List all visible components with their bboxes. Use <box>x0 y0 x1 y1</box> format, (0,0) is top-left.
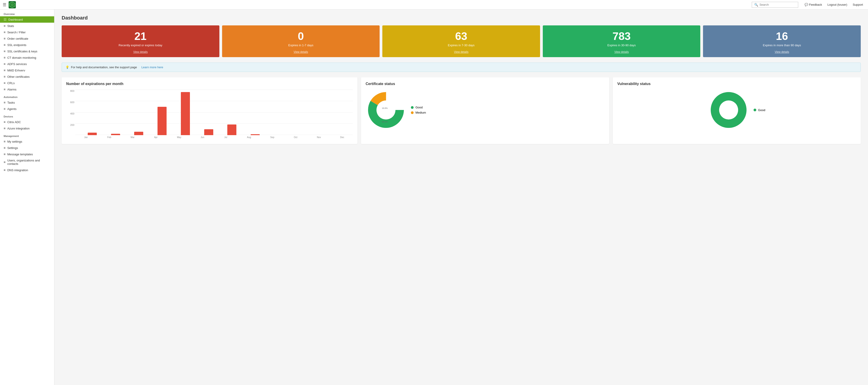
bar-month-label: Feb <box>107 136 111 139</box>
sidebar-item-dashboard[interactable]: ☷ Dashboard <box>0 16 54 23</box>
filter-icon: ≡ <box>4 30 5 34</box>
bar-group: Oct <box>285 135 306 139</box>
cert-status-legend: Good Medium <box>411 106 426 114</box>
vuln-status-donut-svg <box>708 90 749 130</box>
sidebar-item-other-certs[interactable]: ≡ Other certificates <box>0 73 54 80</box>
bar <box>227 124 237 136</box>
legend-good: Good <box>411 106 426 109</box>
info-icon: 💡 <box>65 65 69 69</box>
sidebar-item-ssl-endpoints[interactable]: ≡ SSL endpoints <box>0 42 54 48</box>
stat-number-expired: 21 <box>134 31 146 42</box>
sidebar-automation-label: Automation <box>0 92 54 99</box>
bars-container: JanFebMarAprMayJunJulAugSepOctNovDec <box>75 93 353 139</box>
sidebar-item-settings[interactable]: ≡ Settings <box>0 145 54 151</box>
stat-label-7-30: Expires in 7-30 days <box>448 43 474 47</box>
sidebar-item-citrix-adc[interactable]: ≡ Citrix ADC <box>0 119 54 125</box>
legend-good-dot <box>411 106 413 109</box>
stat-label-expired: Recently expired or expires today <box>119 43 162 47</box>
expirations-chart-card: Number of expirations per month 800 600 … <box>62 77 358 144</box>
main-content: Dashboard 21 Recently expired or expires… <box>54 9 868 385</box>
feedback-button[interactable]: 💬 Feedback <box>802 2 824 7</box>
bar <box>134 132 143 135</box>
cart-icon: ≡ <box>4 37 5 40</box>
vuln-status-donut-container: Good <box>617 90 856 130</box>
sidebar-item-crls[interactable]: ≡ CRLs <box>0 80 54 86</box>
svg-text:83.4%: 83.4% <box>382 121 388 123</box>
sidebar-item-dns-integration[interactable]: ≡ DNS integration <box>0 167 54 173</box>
stat-cards: 21 Recently expired or expires today Vie… <box>62 25 861 57</box>
bar-group: Apr <box>145 107 166 139</box>
search-input[interactable] <box>760 3 796 6</box>
learn-more-link[interactable]: Learn more here <box>142 65 163 69</box>
stat-link-90plus[interactable]: View details <box>775 50 789 54</box>
bar <box>88 132 97 135</box>
topbar: ☰ 🔍 💬 Feedback Logout (tvuser) Support <box>0 0 868 9</box>
vuln-legend-good-dot <box>753 109 756 111</box>
sidebar-item-agents[interactable]: ≡ Agents <box>0 106 54 112</box>
svg-point-5 <box>376 100 396 119</box>
bar <box>111 134 120 135</box>
legend-medium-label: Medium <box>415 111 426 114</box>
topbar-actions: 💬 Feedback Logout (tvuser) Support <box>802 2 865 7</box>
sidebar-item-ssl-certs[interactable]: ≡ SSL certificates & keys <box>0 48 54 54</box>
bar-month-label: Jul <box>224 136 227 139</box>
vuln-legend-good-label: Good <box>758 108 765 112</box>
bar-month-label: Nov <box>317 136 321 139</box>
stat-number-1-7: 0 <box>298 31 304 42</box>
cert-status-donut-container: 16.6% 83.4% Good Medium <box>366 90 604 130</box>
bar-chart-area: 800 600 400 200 Jan <box>66 90 353 140</box>
sidebar-item-order-certificate[interactable]: ≡ Order certificate <box>0 35 54 42</box>
sidebar-item-message-templates[interactable]: ≡ Message templates <box>0 151 54 157</box>
stat-link-expired[interactable]: View details <box>133 50 148 54</box>
stat-label-30-90: Expires in 30-90 days <box>608 43 636 47</box>
users-icon: ≡ <box>4 160 5 164</box>
bar <box>251 134 260 135</box>
stat-number-30-90: 783 <box>613 31 631 42</box>
sidebar-item-users-orgs[interactable]: ≡ Users, organizations and contacts <box>0 157 54 167</box>
bar-group: Nov <box>308 135 330 139</box>
sidebar-item-adfs[interactable]: ≡ ADFS services <box>0 61 54 67</box>
svg-text:16.6%: 16.6% <box>382 107 388 109</box>
legend-medium-dot <box>411 111 413 114</box>
sidebar-item-stats[interactable]: ≡ Stats <box>0 23 54 29</box>
expirations-chart-title: Number of expirations per month <box>66 82 353 86</box>
stat-card-expired: 21 Recently expired or expires today Vie… <box>62 25 219 57</box>
dashboard-icon: ☷ <box>4 18 7 21</box>
sidebar-item-tasks[interactable]: ≡ Tasks <box>0 99 54 106</box>
sidebar: Overview ☷ Dashboard ≡ Stats ≡ Search / … <box>0 9 54 385</box>
sidebar-item-search-filter[interactable]: ≡ Search / Filter <box>0 29 54 35</box>
stat-label-90plus: Expires in more than 90 days <box>763 43 801 47</box>
sidebar-item-my-settings[interactable]: ≡ My settings <box>0 138 54 145</box>
vuln-status-legend: Good <box>753 108 765 112</box>
sidebar-item-mitid[interactable]: ≡ MitID Erhverv <box>0 67 54 73</box>
stat-link-1-7[interactable]: View details <box>293 50 308 54</box>
stat-link-7-30[interactable]: View details <box>454 50 468 54</box>
search-box[interactable]: 🔍 <box>752 2 798 8</box>
user-icon: ≡ <box>4 140 5 143</box>
stat-number-7-30: 63 <box>455 31 467 42</box>
hamburger-icon[interactable]: ☰ <box>3 2 6 7</box>
bar-month-label: Apr <box>154 136 158 139</box>
sidebar-item-ct-domain[interactable]: ≡ CT domain monitoring <box>0 54 54 61</box>
sidebar-management-label: Management <box>0 131 54 138</box>
stat-card-30-90: 783 Expires in 30-90 days View details <box>543 25 701 57</box>
feedback-icon: 💬 <box>805 3 808 6</box>
cert-status-chart-card: Certificate status 16.6% 83.4% <box>361 77 609 144</box>
dns-icon: ≡ <box>4 168 5 172</box>
bar-month-label: Jan <box>84 136 88 139</box>
adfs-icon: ≡ <box>4 62 5 66</box>
globe-icon: ≡ <box>4 56 5 59</box>
sidebar-item-azure[interactable]: ≡ Azure integration <box>0 125 54 131</box>
page-title: Dashboard <box>62 15 861 21</box>
bar-month-label: Aug <box>247 136 251 139</box>
azure-icon: ≡ <box>4 126 5 130</box>
logout-button[interactable]: Logout (tvuser) <box>825 2 849 7</box>
gear-icon: ≡ <box>4 146 5 150</box>
bar-month-label: Dec <box>340 136 344 139</box>
bar-group: Mar <box>122 132 144 139</box>
sidebar-item-alarms[interactable]: ≡ Alarms <box>0 86 54 92</box>
stat-link-30-90[interactable]: View details <box>614 50 629 54</box>
support-button[interactable]: Support <box>850 2 865 7</box>
bar-month-label: May <box>177 136 181 139</box>
bar-group: Sep <box>261 135 283 139</box>
